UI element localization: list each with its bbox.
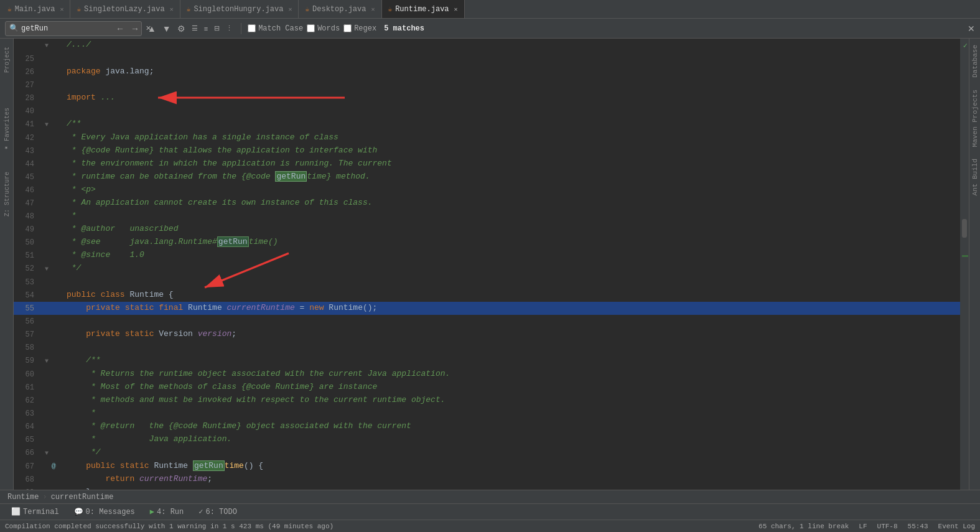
words-option[interactable]: Words	[307, 24, 340, 33]
regex-option[interactable]: Regex	[343, 24, 376, 33]
filter2-button[interactable]: ≡	[202, 24, 210, 34]
tab-label: Terminal	[23, 508, 59, 516]
tab-runtime-java[interactable]: ☕ Runtime.java ✕	[382, 0, 465, 18]
fold-indicator[interactable]: ▼	[42, 446, 52, 460]
match-case-option[interactable]: Match Case	[248, 24, 303, 33]
code-content[interactable]: private static Version version;	[64, 328, 960, 341]
code-content[interactable]: * {@code Runtime} that allows the applic…	[64, 144, 960, 157]
code-content[interactable]: * Every Java application has a single in…	[64, 131, 960, 144]
close-icon[interactable]: ✕	[371, 6, 375, 13]
breadcrumb-current-runtime[interactable]: currentRuntime	[51, 493, 114, 502]
tab-desktop-java[interactable]: ☕ Desktop.java ✕	[299, 0, 381, 18]
words-checkbox[interactable]	[307, 24, 315, 32]
sidebar-item-database[interactable]: Database	[969, 40, 981, 83]
filter-button[interactable]: ☰	[190, 23, 200, 34]
match-case-checkbox[interactable]	[248, 24, 256, 32]
close-icon[interactable]: ✕	[170, 6, 174, 13]
prev-occurrence-button[interactable]: ▲	[146, 22, 158, 35]
sidebar-item-project[interactable]: Project	[1, 41, 12, 78]
code-content[interactable]: * Java application.	[64, 433, 960, 446]
annotation	[52, 170, 64, 184]
next-occurrence-button[interactable]: ▼	[161, 22, 173, 35]
code-content[interactable]	[64, 52, 960, 65]
code-content[interactable]: * Returns the runtime object associated …	[64, 368, 960, 381]
tab-singleton-lazy[interactable]: ☕ SingletonLazy.java ✕	[70, 0, 180, 18]
code-content[interactable]: private static final Runtime currentRunt…	[64, 302, 960, 315]
code-content[interactable]	[64, 105, 960, 118]
tab-run[interactable]: ▶ 4: Run	[144, 506, 190, 518]
code-content[interactable]: *	[64, 210, 960, 223]
event-log[interactable]: Event Log	[938, 523, 975, 530]
code-content[interactable]	[64, 276, 960, 289]
code-scroll[interactable]: ▼ /.../ 25 26	[14, 39, 960, 490]
code-content[interactable]: * @return the {@code Runtime} object ass…	[64, 420, 960, 433]
code-content[interactable]: * @since 1.0	[64, 249, 960, 262]
tab-terminal[interactable]: ⬜ Terminal	[5, 506, 65, 518]
code-content[interactable]: package java.lang;	[64, 65, 960, 78]
code-content[interactable]: *	[64, 407, 960, 420]
code-content[interactable]	[64, 78, 960, 91]
fold-indicator[interactable]: ▼	[42, 262, 52, 276]
line-separator[interactable]: LF	[859, 523, 867, 530]
mini-scrollbar[interactable]: ✓	[960, 39, 969, 490]
search-input[interactable]	[21, 24, 111, 33]
code-table: ▼ /.../ 25 26	[14, 39, 960, 490]
annotation	[52, 105, 64, 118]
regex-label: Regex	[354, 24, 376, 33]
sidebar-item-favorites[interactable]: ★ Favorites	[1, 108, 12, 152]
sidebar-item-ant[interactable]: Ant Build	[969, 154, 981, 200]
close-icon[interactable]: ✕	[60, 6, 63, 13]
cursor-position[interactable]: 55:43	[908, 523, 928, 530]
search-settings-button[interactable]: ⚙	[175, 22, 187, 35]
matches-count: 5 matches	[384, 24, 424, 33]
table-row: 67 @ public static Runtime getRuntime() …	[14, 460, 960, 473]
table-row: 27	[14, 78, 960, 91]
fold-indicator	[42, 197, 52, 210]
code-content[interactable]	[64, 341, 960, 354]
code-content[interactable]: /.../	[64, 39, 960, 52]
tab-messages[interactable]: 💬 0: Messages	[68, 506, 141, 518]
tab-main-java[interactable]: ☕ Main.java ✕	[1, 0, 70, 18]
table-row: 69 }	[14, 486, 960, 490]
next-match-button[interactable]: →	[129, 22, 141, 35]
line-number: 43	[14, 144, 42, 157]
char-count[interactable]: 65 chars, 1 line break	[758, 523, 849, 530]
fold-indicator[interactable]: ▼	[42, 118, 52, 131]
sidebar-item-structure[interactable]: Z: Structure	[1, 169, 12, 219]
code-content[interactable]: * runtime can be obtained from the {@cod…	[64, 170, 960, 184]
annotation	[52, 315, 64, 328]
filter3-button[interactable]: ⊟	[212, 23, 222, 34]
scrollbar-thumb[interactable]	[962, 219, 967, 238]
tab-todo[interactable]: ✓ 6: TODO	[192, 506, 243, 518]
code-content[interactable]: }	[64, 486, 960, 490]
code-content[interactable]: /**	[64, 354, 960, 368]
code-content[interactable]: import ...	[64, 91, 960, 105]
close-find-button[interactable]: ✕	[968, 24, 975, 34]
annotation	[52, 78, 64, 91]
code-content[interactable]: * <p>	[64, 184, 960, 197]
tab-singleton-hungry[interactable]: ☕ SingletonHungry.java ✕	[180, 0, 299, 18]
close-icon[interactable]: ✕	[288, 6, 292, 13]
code-content[interactable]: * @author unascribed	[64, 223, 960, 236]
code-content[interactable]: * Most of the methods of class {@code Ru…	[64, 381, 960, 394]
fold-indicator[interactable]: ▼	[42, 354, 52, 368]
code-content[interactable]: /**	[64, 118, 960, 131]
code-content[interactable]: public class Runtime {	[64, 289, 960, 302]
sidebar-item-maven[interactable]: Maven Projects	[969, 85, 981, 152]
code-content[interactable]	[64, 315, 960, 328]
code-content[interactable]: * the environment in which the applicati…	[64, 157, 960, 170]
breadcrumb-runtime[interactable]: Runtime	[7, 493, 39, 502]
encoding[interactable]: UTF-8	[877, 523, 898, 530]
code-content[interactable]: return currentRuntime;	[64, 473, 960, 486]
code-content[interactable]: public static Runtime getRuntime() {	[64, 460, 960, 473]
code-content[interactable]: * @see java.lang.Runtime#getRuntime()	[64, 236, 960, 249]
filter4-button[interactable]: ⋮	[224, 23, 235, 34]
prev-match-button[interactable]: ←	[114, 22, 126, 35]
fold-indicator[interactable]: ▼	[42, 39, 52, 52]
code-content[interactable]: * methods and must be invoked with respe…	[64, 394, 960, 407]
close-icon[interactable]: ✕	[454, 6, 458, 13]
code-content[interactable]: * An application cannot create its own i…	[64, 197, 960, 210]
code-content[interactable]: */	[64, 262, 960, 276]
regex-checkbox[interactable]	[343, 24, 352, 32]
code-content[interactable]: */	[64, 446, 960, 460]
